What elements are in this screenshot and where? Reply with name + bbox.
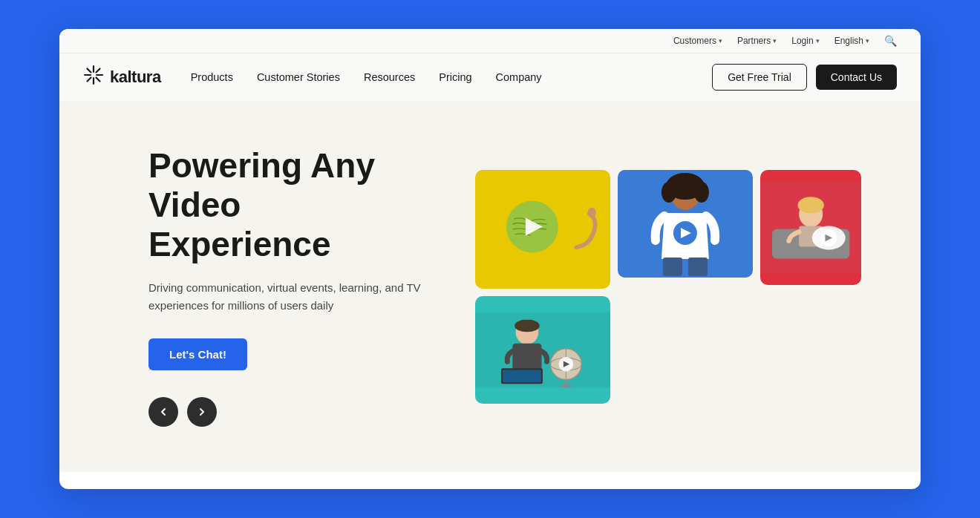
hero-image-yellow — [475, 170, 610, 289]
customers-chevron: ▾ — [719, 37, 722, 45]
nav-customer-stories[interactable]: Customer Stories — [257, 71, 340, 83]
login-chevron: ▾ — [816, 37, 820, 45]
svg-point-11 — [588, 207, 596, 217]
nav-resources[interactable]: Resources — [364, 71, 415, 83]
search-icon[interactable]: 🔍 — [884, 35, 897, 47]
hero-image-teal — [475, 296, 610, 404]
svg-point-37 — [694, 182, 709, 203]
svg-rect-23 — [512, 343, 541, 371]
carousel-controls — [148, 397, 431, 427]
login-menu[interactable]: Login ▾ — [791, 36, 819, 46]
hero-subtitle: Driving communication, virtual events, l… — [148, 279, 431, 315]
svg-rect-39 — [688, 258, 708, 276]
nav-links: Products Customer Stories Resources Pric… — [191, 71, 713, 83]
nav-pricing[interactable]: Pricing — [439, 71, 471, 83]
customers-menu[interactable]: Customers ▾ — [673, 36, 722, 46]
main-nav: kaltura Products Customer Stories Resour… — [59, 53, 921, 101]
hero-image-blue — [618, 170, 753, 278]
free-trial-button[interactable]: Get Free Trial — [712, 64, 807, 91]
nav-buttons: Get Free Trial Contact Us — [712, 64, 897, 91]
language-chevron: ▾ — [866, 37, 869, 45]
hero-title: Powering Any Video Experience — [148, 146, 431, 264]
hero-section: Powering Any Video Experience Driving co… — [59, 101, 921, 472]
partners-chevron: ▾ — [773, 37, 777, 45]
svg-point-22 — [514, 319, 540, 332]
logo-text: kaltura — [110, 68, 161, 87]
nav-products[interactable]: Products — [191, 71, 233, 83]
hero-left: Powering Any Video Experience Driving co… — [148, 146, 431, 427]
svg-line-5 — [97, 78, 100, 82]
svg-rect-25 — [503, 370, 541, 382]
svg-line-7 — [88, 78, 91, 82]
language-menu[interactable]: English ▾ — [834, 36, 869, 46]
svg-point-36 — [662, 182, 676, 203]
hero-image-red — [760, 170, 861, 285]
hero-images — [475, 170, 861, 404]
contact-us-button[interactable]: Contact Us — [816, 65, 897, 90]
svg-point-30 — [560, 384, 572, 387]
svg-rect-38 — [663, 258, 682, 276]
lets-chat-button[interactable]: Let's Chat! — [148, 338, 247, 370]
svg-point-15 — [797, 197, 823, 213]
svg-line-4 — [88, 69, 91, 73]
carousel-prev-button[interactable] — [148, 397, 178, 427]
svg-line-6 — [97, 69, 100, 73]
nav-company[interactable]: Company — [496, 71, 542, 83]
kaltura-logo-icon — [83, 65, 104, 90]
top-bar: Customers ▾ Partners ▾ Login ▾ English ▾… — [59, 29, 921, 53]
carousel-next-button[interactable] — [187, 397, 217, 427]
logo[interactable]: kaltura — [83, 65, 161, 90]
browser-frame: Customers ▾ Partners ▾ Login ▾ English ▾… — [59, 29, 921, 489]
partners-menu[interactable]: Partners ▾ — [737, 36, 777, 46]
